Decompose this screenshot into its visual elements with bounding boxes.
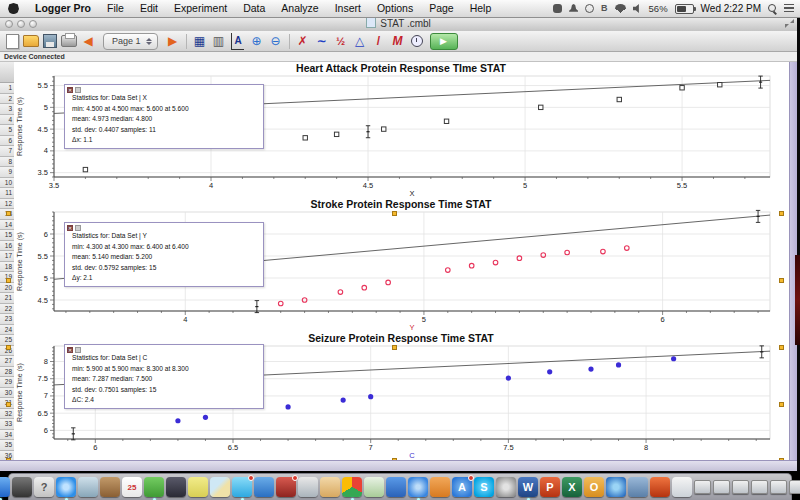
menu-insert[interactable]: Insert — [327, 2, 369, 14]
print-button[interactable] — [61, 33, 77, 50]
row-number[interactable]: 9 — [0, 167, 14, 178]
chart-1[interactable]: 3.544.555.53.544.555.5Heart Attack Prote… — [14, 62, 788, 198]
notification-center-icon[interactable] — [784, 4, 794, 13]
statistics-box[interactable]: ✕Statistics for: Data Set | Xmin: 4.500 … — [64, 84, 264, 149]
selection-handle[interactable] — [6, 402, 11, 407]
save-button[interactable] — [42, 33, 58, 50]
zoom-out-button[interactable]: ⊖ — [268, 33, 284, 50]
menu-page[interactable]: Page — [421, 2, 462, 14]
dock-itunes-icon[interactable] — [408, 477, 428, 497]
dock-minimized-window[interactable] — [789, 480, 800, 494]
apple-icon[interactable] — [8, 3, 19, 14]
dock-ibooks-author-icon[interactable] — [276, 477, 296, 497]
collect-button[interactable]: ▶ — [430, 33, 458, 50]
time-machine-icon[interactable] — [585, 4, 594, 13]
dock-word-icon[interactable]: W — [518, 477, 538, 497]
data-point[interactable] — [368, 394, 373, 399]
dock-preview-icon[interactable] — [78, 477, 98, 497]
dock-system-preferences-icon[interactable] — [496, 477, 516, 497]
back-page-button[interactable]: ◀ — [80, 33, 96, 50]
selection-handle[interactable] — [779, 458, 784, 460]
resize-icon[interactable] — [75, 87, 81, 93]
dock-facetime-icon[interactable] — [254, 477, 274, 497]
title-bar[interactable]: STAT .cmbl — [0, 17, 797, 32]
row-number[interactable]: 33 — [0, 419, 14, 430]
row-number[interactable]: 4 — [0, 115, 14, 126]
row-number[interactable]: 10 — [0, 178, 14, 189]
dock-app-store-icon[interactable]: A — [452, 477, 472, 497]
new-document-button[interactable] — [4, 33, 20, 50]
battery-icon[interactable] — [675, 4, 694, 14]
resize-icon[interactable] — [75, 225, 81, 231]
row-number[interactable]: 7 — [0, 146, 14, 157]
dock-minimized-window[interactable] — [694, 480, 711, 494]
row-number[interactable]: 30 — [0, 388, 14, 399]
data-point[interactable] — [203, 415, 208, 420]
menu-analyze[interactable]: Analyze — [273, 2, 326, 14]
row-number[interactable]: 1 — [0, 83, 14, 94]
data-point[interactable] — [382, 127, 386, 131]
selection-handle[interactable] — [392, 345, 397, 350]
menu-edit[interactable]: Edit — [132, 2, 166, 14]
dock-evernote-icon[interactable] — [144, 477, 164, 497]
evernote-icon[interactable] — [553, 4, 562, 13]
data-collection-button[interactable] — [409, 33, 425, 50]
spotlight-icon[interactable] — [768, 4, 777, 13]
bluetooth-icon[interactable]: B — [601, 4, 608, 13]
data-point[interactable] — [671, 356, 676, 361]
menu-clock[interactable]: Wed 2:22 PM — [701, 3, 761, 14]
row-number[interactable]: 16 — [0, 241, 14, 252]
integral-button[interactable]: △ — [352, 33, 368, 50]
dock-xcode-icon[interactable] — [628, 477, 648, 497]
resize-icon[interactable] — [75, 347, 81, 353]
dock-calendar-icon[interactable]: 25 — [122, 477, 142, 497]
row-number[interactable]: 11 — [0, 188, 14, 199]
selection-handle[interactable] — [779, 211, 784, 216]
statistics-box[interactable]: ✕Statistics for: Data Set | Ymin: 4.300 … — [64, 222, 264, 287]
dock-safari-icon[interactable] — [56, 477, 76, 497]
dock-stickies-icon[interactable] — [188, 477, 208, 497]
dock-outlook-icon[interactable]: O — [584, 477, 604, 497]
menu-options[interactable]: Options — [369, 2, 421, 14]
dock-photos-icon[interactable] — [298, 477, 318, 497]
data-point[interactable] — [539, 105, 543, 109]
row-number[interactable]: 8 — [0, 157, 14, 168]
close-icon[interactable]: ✕ — [67, 225, 73, 231]
selection-handle[interactable] — [779, 345, 784, 350]
menu-experiment[interactable]: Experiment — [166, 2, 235, 14]
row-number[interactable]: 20 — [0, 283, 14, 294]
close-icon[interactable]: ✕ — [67, 347, 73, 353]
dock-help-icon[interactable]: ? — [34, 477, 54, 497]
forward-page-button[interactable]: ▶ — [165, 33, 181, 50]
fullscreen-icon[interactable] — [785, 19, 794, 28]
statistics-box[interactable]: ✕Statistics for: Data Set | Cmin: 5.900 … — [64, 344, 264, 409]
dock-minimized-window[interactable] — [751, 480, 768, 494]
page-selector[interactable]: Page 1 — [103, 33, 158, 50]
wifi-icon[interactable] — [615, 4, 626, 13]
row-number[interactable]: 18 — [0, 262, 14, 273]
data-point[interactable] — [617, 97, 621, 101]
menu-help[interactable]: Help — [462, 2, 500, 14]
zoom-in-button[interactable]: ⊕ — [249, 33, 265, 50]
row-number[interactable]: 28 — [0, 367, 14, 378]
calculator-button[interactable]: ▥ — [211, 33, 227, 50]
chart-3[interactable]: 66.577.5866.577.58Seizure Protein Respon… — [14, 332, 788, 460]
horizontal-scrollbar[interactable] — [0, 460, 797, 471]
data-point[interactable] — [175, 418, 180, 423]
selection-handle[interactable] — [392, 211, 397, 216]
selection-handle[interactable] — [779, 402, 784, 407]
examine-button[interactable]: ✗ — [295, 33, 311, 50]
dock-skype-icon[interactable]: S — [474, 477, 494, 497]
linear-fit-button[interactable]: / — [371, 33, 387, 50]
dock-messages-icon[interactable] — [232, 477, 252, 497]
selection-handle[interactable] — [6, 345, 11, 350]
row-number[interactable]: 17 — [0, 251, 14, 262]
row-number[interactable]: 5 — [0, 125, 14, 136]
menu-data[interactable]: Data — [235, 2, 273, 14]
dock-launchpad-icon[interactable] — [12, 477, 32, 497]
dock-books-icon[interactable] — [430, 477, 450, 497]
data-table-row-numbers[interactable]: 1234567891011121314151617181920212223242… — [0, 62, 15, 460]
row-number[interactable]: 35 — [0, 440, 14, 451]
data-point[interactable] — [444, 119, 448, 123]
curve-fit-button[interactable]: M — [390, 33, 406, 50]
